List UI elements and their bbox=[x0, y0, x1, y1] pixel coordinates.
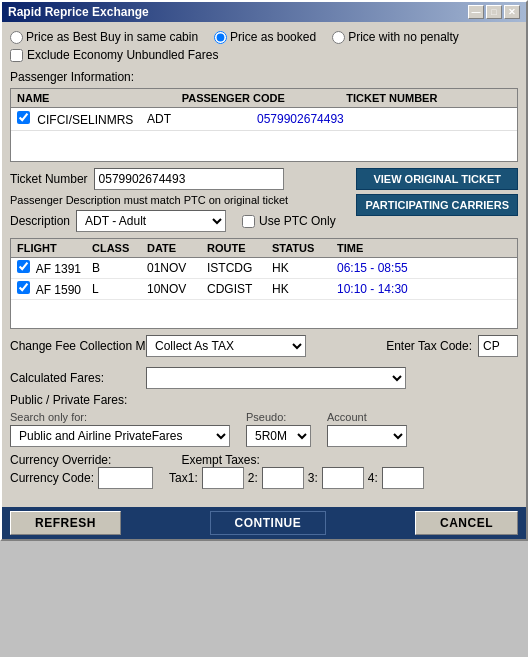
pricing-options-row: Price as Best Buy in same cabin Price as… bbox=[10, 30, 518, 44]
flight-0-status: HK bbox=[272, 261, 337, 275]
flight-header-route: ROUTE bbox=[207, 242, 272, 254]
bottom-bar: REFRESH CONTINUE CANCEL bbox=[2, 507, 526, 539]
view-original-ticket-button[interactable]: VIEW ORIGINAL TICKET bbox=[356, 168, 518, 190]
pseudo-select[interactable]: 5R0M bbox=[246, 425, 311, 447]
price-no-penalty-option[interactable]: Price with no penalty bbox=[332, 30, 459, 44]
price-no-penalty-radio[interactable] bbox=[332, 31, 345, 44]
search-only-select[interactable]: Public and Airline PrivateFares Public F… bbox=[10, 425, 230, 447]
flights-header: FLIGHT CLASS DATE ROUTE STATUS TIME bbox=[11, 239, 517, 258]
passenger-row: CIFCI/SELINMRS ADT 0579902674493 bbox=[11, 108, 517, 131]
flight-header-flight: FLIGHT bbox=[17, 242, 92, 254]
exempt-taxes-label: Exempt Taxes: bbox=[181, 453, 259, 467]
titlebar: Rapid Reprice Exchange — □ ✕ bbox=[2, 2, 526, 22]
change-fee-select[interactable]: Collect As TAX Collect As EMD Do Not Col… bbox=[146, 335, 306, 357]
passenger-empty-rows bbox=[11, 131, 517, 161]
ticket-number-row: Ticket Number bbox=[10, 168, 348, 190]
flights-table: FLIGHT CLASS DATE ROUTE STATUS TIME AF 1… bbox=[10, 238, 518, 329]
account-label: Account bbox=[327, 411, 407, 423]
tax2-input[interactable] bbox=[262, 467, 304, 489]
price-best-buy-option[interactable]: Price as Best Buy in same cabin bbox=[10, 30, 198, 44]
tax3-input[interactable] bbox=[322, 467, 364, 489]
passenger-section-label: Passenger Information: bbox=[10, 70, 518, 84]
currency-inputs-row: Currency Code: Tax1: 2: 3: 4: bbox=[10, 467, 518, 489]
search-only-label: Search only for: bbox=[10, 411, 230, 423]
tax1-input[interactable] bbox=[202, 467, 244, 489]
tax2-label: 2: bbox=[248, 471, 258, 485]
price-as-booked-radio[interactable] bbox=[214, 31, 227, 44]
tax4-label: 4: bbox=[368, 471, 378, 485]
passenger-name-cell: CIFCI/SELINMRS bbox=[17, 111, 147, 127]
description-select[interactable]: ADT - Adult CNN - Child INF - Infant bbox=[76, 210, 226, 232]
flight-1-name: AF 1590 bbox=[17, 281, 92, 297]
flight-1-number: AF 1590 bbox=[36, 283, 81, 297]
refresh-button[interactable]: REFRESH bbox=[10, 511, 121, 535]
main-window: Rapid Reprice Exchange — □ ✕ Price as Be… bbox=[0, 0, 528, 541]
minimize-button[interactable]: — bbox=[468, 5, 484, 19]
price-as-booked-label: Price as booked bbox=[230, 30, 316, 44]
maximize-button[interactable]: □ bbox=[486, 5, 502, 19]
flight-0-class: B bbox=[92, 261, 147, 275]
flight-1-class: L bbox=[92, 282, 147, 296]
continue-button[interactable]: CONTINUE bbox=[210, 511, 327, 535]
price-no-penalty-label: Price with no penalty bbox=[348, 30, 459, 44]
passenger-pax-code: ADT bbox=[147, 112, 257, 126]
flight-header-class: CLASS bbox=[92, 242, 147, 254]
search-only-group: Search only for: Public and Airline Priv… bbox=[10, 411, 230, 447]
tax4-input[interactable] bbox=[382, 467, 424, 489]
change-fee-field-row: Change Fee Collection Method: Collect As… bbox=[10, 335, 378, 357]
public-private-row: Search only for: Public and Airline Priv… bbox=[10, 411, 518, 447]
pseudo-group: Pseudo: 5R0M bbox=[246, 411, 311, 447]
header-ticket-number: TICKET NUMBER bbox=[346, 92, 511, 104]
use-ptc-label: Use PTC Only bbox=[259, 214, 336, 228]
currency-code-label: Currency Code: bbox=[10, 471, 94, 485]
currency-code-input[interactable] bbox=[98, 467, 153, 489]
passenger-ticket-number: 0579902674493 bbox=[257, 112, 344, 126]
tax-code-label: Enter Tax Code: bbox=[386, 339, 472, 353]
exempt-taxes-group: Tax1: 2: 3: 4: bbox=[169, 467, 424, 489]
flights-empty-space bbox=[11, 300, 517, 328]
ticket-left: Ticket Number Passenger Description must… bbox=[10, 168, 348, 232]
passenger-table: NAME PASSENGER CODE TICKET NUMBER CIFCI/… bbox=[10, 88, 518, 162]
tax1-label: Tax1: bbox=[169, 471, 198, 485]
description-left: Description ADT - Adult CNN - Child INF … bbox=[10, 210, 226, 232]
cancel-button[interactable]: CANCEL bbox=[415, 511, 518, 535]
header-pax-code: PASSENGER CODE bbox=[182, 92, 347, 104]
exclude-economy-checkbox[interactable] bbox=[10, 49, 23, 62]
calculated-fares-select[interactable] bbox=[146, 367, 406, 389]
passenger-name: CIFCI/SELINMRS bbox=[37, 113, 133, 127]
currency-section: Currency Override: Exempt Taxes: Currenc… bbox=[10, 453, 518, 489]
flight-0-time: 06:15 - 08:55 bbox=[337, 261, 408, 275]
flight-header-date: DATE bbox=[147, 242, 207, 254]
flight-1-checkbox[interactable] bbox=[17, 281, 30, 294]
participating-carriers-button[interactable]: PARTICIPATING CARRIERS bbox=[356, 194, 518, 216]
public-private-section: Public / Private Fares: Search only for:… bbox=[10, 393, 518, 447]
window-title: Rapid Reprice Exchange bbox=[8, 5, 149, 19]
tax-code-input[interactable] bbox=[478, 335, 518, 357]
description-label: Description bbox=[10, 214, 70, 228]
flight-1-time: 10:10 - 14:30 bbox=[337, 282, 408, 296]
currency-code-group: Currency Code: bbox=[10, 467, 153, 489]
account-select[interactable] bbox=[327, 425, 407, 447]
header-name: NAME bbox=[17, 92, 182, 104]
flight-0-number: AF 1391 bbox=[36, 262, 81, 276]
use-ptc-checkbox[interactable] bbox=[242, 215, 255, 228]
price-best-buy-radio[interactable] bbox=[10, 31, 23, 44]
close-button[interactable]: ✕ bbox=[504, 5, 520, 19]
currency-override-label: Currency Override: bbox=[10, 453, 111, 467]
ticket-section: Ticket Number Passenger Description must… bbox=[10, 168, 518, 232]
account-group: Account bbox=[327, 411, 407, 447]
description-row: Description ADT - Adult CNN - Child INF … bbox=[10, 210, 348, 232]
flight-1-status: HK bbox=[272, 282, 337, 296]
calculated-fares-label: Calculated Fares: bbox=[10, 371, 140, 385]
calculated-fares-row: Calculated Fares: bbox=[10, 367, 518, 389]
pseudo-label: Pseudo: bbox=[246, 411, 311, 423]
flight-0-date: 01NOV bbox=[147, 261, 207, 275]
exclude-economy-row: Exclude Economy Unbundled Fares bbox=[10, 48, 518, 62]
change-fee-label: Change Fee Collection Method: bbox=[10, 339, 140, 353]
flight-0-checkbox[interactable] bbox=[17, 260, 30, 273]
passenger-checkbox[interactable] bbox=[17, 111, 30, 124]
price-as-booked-option[interactable]: Price as booked bbox=[214, 30, 316, 44]
content-area: Price as Best Buy in same cabin Price as… bbox=[2, 22, 526, 503]
ticket-number-input[interactable] bbox=[94, 168, 284, 190]
tax3-label: 3: bbox=[308, 471, 318, 485]
